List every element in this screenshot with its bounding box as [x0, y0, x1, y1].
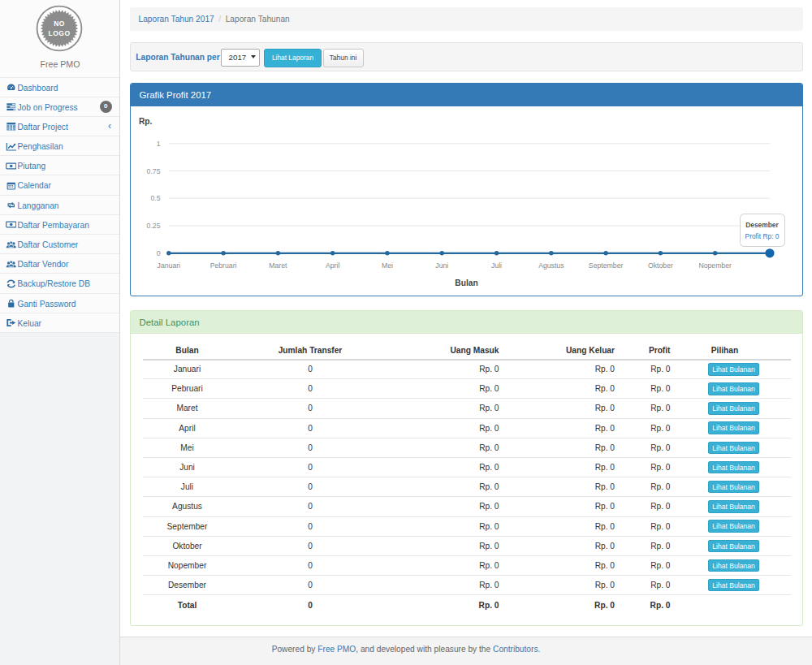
svg-text:Nopember: Nopember: [698, 261, 732, 270]
svg-text:0.75: 0.75: [146, 167, 160, 175]
svg-text:0: 0: [156, 249, 160, 257]
svg-text:Maret: Maret: [269, 261, 287, 270]
svg-text:LOGO: LOGO: [48, 29, 70, 37]
svg-text:Bulan: Bulan: [455, 279, 477, 287]
svg-text:Profit Rp: 0: Profit Rp: 0: [745, 232, 779, 240]
svg-text:Agustus: Agustus: [538, 261, 564, 270]
svg-text:Juli: Juli: [491, 261, 502, 270]
svg-text:Juni: Juni: [435, 261, 448, 270]
svg-text:Pebruari: Pebruari: [209, 261, 236, 270]
svg-text:0.25: 0.25: [146, 222, 160, 230]
svg-text:Januari: Januari: [157, 261, 180, 270]
svg-text:Oktober: Oktober: [647, 261, 672, 270]
svg-text:0.5: 0.5: [150, 194, 160, 202]
svg-text:Rp.: Rp.: [139, 117, 153, 126]
svg-text:NO: NO: [54, 19, 65, 28]
svg-text:September: September: [588, 261, 623, 270]
svg-text:Mei: Mei: [381, 261, 392, 270]
svg-text:1: 1: [156, 140, 160, 148]
svg-text:Desember: Desember: [745, 221, 779, 229]
svg-text:April: April: [325, 261, 339, 270]
